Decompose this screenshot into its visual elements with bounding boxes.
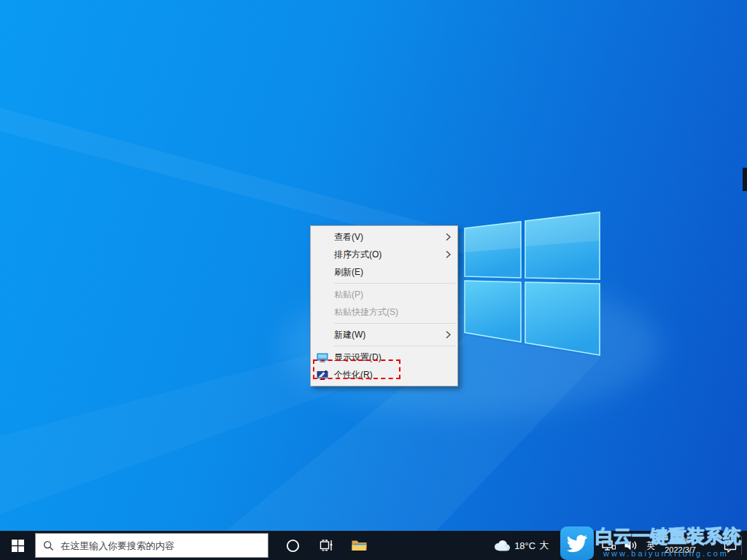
- menu-item-paste[interactable]: 粘贴(P): [311, 286, 457, 303]
- taskbar: 18°C 大: [0, 531, 747, 560]
- menu-item-sort-by[interactable]: 排序方式(O): [311, 246, 457, 263]
- weather-widget[interactable]: 18°C 大: [489, 531, 552, 560]
- display-settings-icon: [311, 351, 334, 363]
- menu-item-label: 新建(W): [334, 329, 441, 341]
- clock-time: 18:06: [670, 536, 691, 545]
- cortana-button[interactable]: [276, 531, 309, 560]
- start-button[interactable]: [0, 531, 35, 560]
- desktop-context-menu: 查看(V) 排序方式(O) 刷新(E) 粘贴(P) 粘贴快捷方式(S): [310, 225, 458, 386]
- clock-date: 2022/3/7: [665, 545, 696, 555]
- menu-item-label: 排序方式(O): [334, 249, 441, 261]
- menu-item-display-settings[interactable]: 显示设置(D): [311, 349, 457, 366]
- cloud-icon: [492, 539, 511, 552]
- desktop[interactable]: 查看(V) 排序方式(O) 刷新(E) 粘贴(P) 粘贴快捷方式(S): [0, 0, 747, 560]
- clock[interactable]: 18:06 2022/3/7: [660, 531, 700, 560]
- submenu-arrow-icon: [441, 330, 452, 339]
- task-view-icon: [319, 538, 333, 553]
- menu-item-label: 显示设置(D): [334, 351, 441, 364]
- weather-condition: 大: [539, 539, 549, 552]
- file-explorer-button[interactable]: [343, 531, 376, 560]
- network-button[interactable]: [597, 531, 619, 560]
- task-view-button[interactable]: [309, 531, 343, 560]
- menu-item-personalize[interactable]: 个性化(R): [311, 366, 457, 384]
- show-desktop-button[interactable]: [742, 531, 747, 560]
- windows-logo-icon: [12, 540, 24, 552]
- menu-item-new[interactable]: 新建(W): [311, 326, 457, 343]
- menu-item-label: 粘贴(P): [334, 289, 441, 301]
- menu-separator: [334, 323, 455, 324]
- action-center-icon: [723, 539, 738, 553]
- volume-button[interactable]: [619, 531, 641, 560]
- action-center-button[interactable]: [719, 531, 741, 560]
- personalize-icon: [311, 369, 334, 381]
- cortana-icon: [286, 539, 300, 553]
- menu-item-label: 查看(V): [334, 231, 441, 244]
- file-explorer-icon: [351, 538, 368, 553]
- weather-temp: 18°C: [514, 540, 535, 551]
- speaker-icon: [623, 539, 638, 552]
- menu-item-refresh[interactable]: 刷新(E): [311, 263, 457, 281]
- menu-separator: [334, 283, 455, 284]
- ime-label: 英: [646, 540, 655, 552]
- menu-item-paste-shortcut[interactable]: 粘贴快捷方式(S): [311, 303, 457, 321]
- ime-indicator[interactable]: 英: [641, 531, 660, 560]
- system-tray: 18°C 大: [489, 531, 747, 560]
- menu-item-label: 刷新(E): [334, 266, 441, 279]
- menu-item-view[interactable]: 查看(V): [311, 228, 457, 246]
- search-box[interactable]: [35, 533, 268, 558]
- menu-separator: [334, 346, 455, 346]
- chevron-up-icon: [582, 540, 594, 551]
- menu-item-label: 粘贴快捷方式(S): [334, 306, 441, 319]
- search-icon: [43, 540, 54, 551]
- search-input[interactable]: [61, 540, 260, 551]
- hidden-icons-button[interactable]: [578, 531, 597, 560]
- menu-item-label: 个性化(R): [334, 369, 441, 381]
- edge-artifact: [743, 168, 747, 191]
- submenu-arrow-icon: [441, 250, 452, 259]
- submenu-arrow-icon: [441, 233, 452, 241]
- ethernet-icon: [601, 539, 616, 552]
